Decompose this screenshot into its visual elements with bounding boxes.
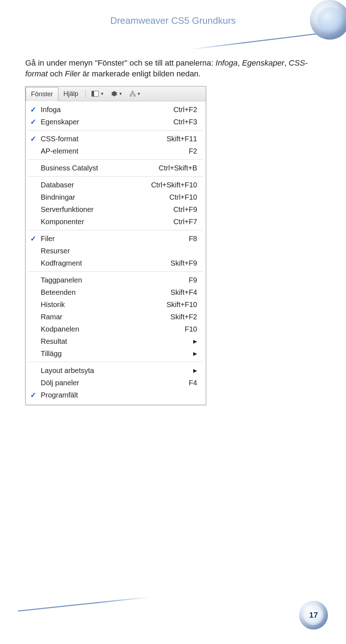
menu-item-label: Programfält [41,391,136,399]
menu-item-label: Ramar [41,313,136,321]
menu-divider [28,362,203,362]
menu-item[interactable]: BeteendenSkift+F4 [26,286,206,298]
menu-item[interactable]: TaggpanelenF9 [26,274,206,286]
submenu-arrow-icon: ▶ [136,338,206,344]
check-icon: ✓ [30,105,36,114]
menu-item-label: CSS-format [41,135,136,143]
menu-item-check: ✓ [26,134,41,143]
menu-item[interactable]: ✓Programfält [26,389,206,401]
svg-rect-2 [134,95,135,96]
menu-item-shortcut: Ctrl+F9 [136,205,206,214]
text-fragment: är markerade enligt bilden nedan. [80,69,201,78]
menu-item-shortcut: Skift+F9 [136,259,206,267]
menu-divider [28,271,203,272]
menu-item-shortcut: Ctrl+Skift+F10 [136,181,206,189]
toolbar-layout-button[interactable]: ▼ [88,91,108,97]
menu-item-check: ✓ [26,117,41,126]
menubar-separator [85,90,86,98]
menu-item[interactable]: ServerfunktionerCtrl+F9 [26,203,206,216]
submenu-arrow-icon: ▶ [136,351,206,356]
menu-item-check: ✓ [26,391,41,399]
menu-item-label: Filer [41,235,136,243]
menu-item[interactable]: Dölj panelerF4 [26,377,206,389]
menu-item-check: ✓ [26,105,41,114]
menu-item-label: Databaser [41,181,136,189]
menu-item-shortcut: F4 [136,379,206,387]
toolbar-settings-button[interactable]: ▼ [108,91,126,97]
instruction-paragraph: Gå in under menyn "Fönster" och se till … [25,58,321,79]
menu-item[interactable]: Resurser [26,245,206,257]
menu-item-label: Egenskaper [41,118,136,126]
menu-item-shortcut: Ctrl+F10 [136,193,206,201]
text-emphasis: Infoga [216,58,238,67]
menu-item-shortcut: Ctrl+F7 [136,218,206,226]
menu-item-label: Taggpanelen [41,276,136,284]
menu-item[interactable]: Business CatalystCtrl+Skift+B [26,162,206,174]
menu-item[interactable]: DatabaserCtrl+Skift+F10 [26,179,206,191]
menu-item-label: Tillägg [41,350,136,358]
menu-item[interactable]: KodpanelenF10 [26,323,206,335]
page-number: 17 [303,605,324,625]
menu-divider [28,159,203,160]
menu-item-shortcut: F10 [136,325,206,333]
menu-item[interactable]: ✓FilerF8 [26,232,206,245]
text-emphasis: Filer [65,69,80,78]
menu-item[interactable]: AP-elementF2 [26,145,206,157]
page-number-badge: 17 [299,601,328,630]
chevron-down-icon: ▼ [100,92,104,96]
text-fragment: , [238,58,242,67]
text-fragment: , [284,58,289,67]
menu-item[interactable]: Resultat▶ [26,335,206,347]
check-icon: ✓ [30,234,36,243]
menu-item-label: Resultat [41,337,136,346]
menu-item[interactable]: ✓InfogaCtrl+F2 [26,103,206,116]
menu-item-label: AP-element [41,147,136,155]
menu-item-label: Resurser [41,247,136,255]
menu-item-label: Beteenden [41,288,136,297]
menu-item-label: Komponenter [41,218,136,226]
menu-item-label: Historik [41,301,136,309]
header-decor-line [191,32,324,50]
menu-item[interactable]: ✓CSS-formatSkift+F11 [26,133,206,145]
menu-item-shortcut: Ctrl+F2 [136,106,206,114]
menu-item[interactable]: HistorikSkift+F10 [26,298,206,311]
menu-item-shortcut: Skift+F10 [136,301,206,309]
menu-item-check: ✓ [26,234,41,243]
application-menubar: Fönster Hjälp ▼ ▼ ▼ [26,86,206,101]
menu-item[interactable]: Tillägg▶ [26,347,206,360]
menubar-item-hjalp[interactable]: Hjälp [58,86,83,101]
menu-divider [28,230,203,230]
menu-item[interactable]: BindningarCtrl+F10 [26,191,206,203]
menu-item-label: Kodfragment [41,259,136,267]
text-emphasis: Egenskaper [242,58,284,67]
chevron-down-icon: ▼ [119,92,123,96]
menu-item-label: Kodpanelen [41,325,136,333]
page-footer: 17 [0,597,346,630]
menu-divider [28,130,203,130]
sitemap-icon [130,91,136,97]
text-fragment: Gå in under menyn "Fönster" och se till … [25,58,216,67]
check-icon: ✓ [30,391,36,399]
menu-screenshot: Fönster Hjälp ▼ ▼ ▼ ✓InfogaCtrl+F2✓Egens… [25,86,206,405]
menu-item[interactable]: ✓EgenskaperCtrl+F3 [26,116,206,128]
toolbar-site-button[interactable]: ▼ [126,91,145,97]
menu-item[interactable]: Layout arbetsyta▶ [26,364,206,377]
menu-item-shortcut: Skift+F2 [136,313,206,321]
text-fragment: och [48,69,65,78]
menu-item-label: Dölj paneler [41,379,136,387]
menu-divider [28,176,203,177]
menu-item-shortcut: Skift+F11 [136,135,206,143]
menubar-item-fonster[interactable]: Fönster [26,87,58,101]
menu-item[interactable]: KodfragmentSkift+F9 [26,257,206,269]
footer-decor-line [18,596,151,612]
layout-icon [92,91,99,97]
menu-item-label: Business Catalyst [41,164,136,172]
submenu-arrow-icon: ▶ [136,368,206,373]
menu-item-label: Bindningar [41,193,136,201]
menu-item-shortcut: Ctrl+Skift+B [136,164,206,172]
svg-rect-0 [132,91,133,93]
menu-item-label: Serverfunktioner [41,205,136,214]
dropdown-menu: ✓InfogaCtrl+F2✓EgenskaperCtrl+F3✓CSS-for… [26,101,206,405]
menu-item[interactable]: KomponenterCtrl+F7 [26,216,206,228]
menu-item[interactable]: RamarSkift+F2 [26,311,206,323]
